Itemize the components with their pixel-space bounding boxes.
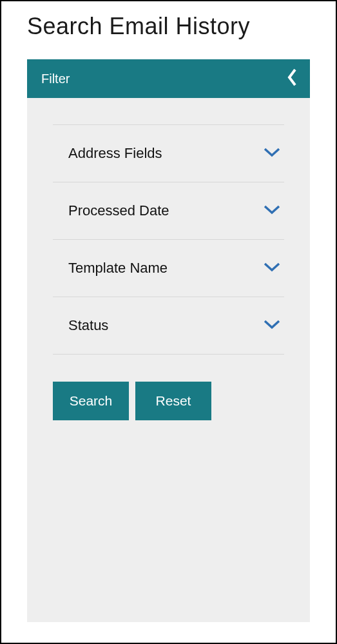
chevron-down-icon <box>264 147 280 160</box>
filter-header[interactable]: Filter <box>27 59 310 98</box>
filter-row-label: Address Fields <box>68 145 162 162</box>
filter-row-processed-date[interactable]: Processed Date <box>53 182 284 240</box>
filter-row-label: Processed Date <box>68 202 169 219</box>
search-button[interactable]: Search <box>53 382 129 420</box>
filter-row-address-fields[interactable]: Address Fields <box>53 124 284 182</box>
filter-panel: Filter Address Fields Processed Date Tem… <box>27 59 310 622</box>
button-row: Search Reset <box>53 382 284 420</box>
reset-button[interactable]: Reset <box>135 382 211 420</box>
filter-row-status[interactable]: Status <box>53 297 284 355</box>
filter-row-label: Template Name <box>68 260 168 277</box>
chevron-down-icon <box>264 262 280 275</box>
chevron-down-icon <box>264 319 280 332</box>
chevron-left-icon <box>287 68 298 89</box>
filter-row-template-name[interactable]: Template Name <box>53 239 284 297</box>
page-title: Search Email History <box>27 13 310 40</box>
filter-header-label: Filter <box>41 72 70 86</box>
filter-row-label: Status <box>68 317 108 334</box>
chevron-down-icon <box>264 204 280 217</box>
filter-body: Address Fields Processed Date Template N… <box>27 98 310 420</box>
